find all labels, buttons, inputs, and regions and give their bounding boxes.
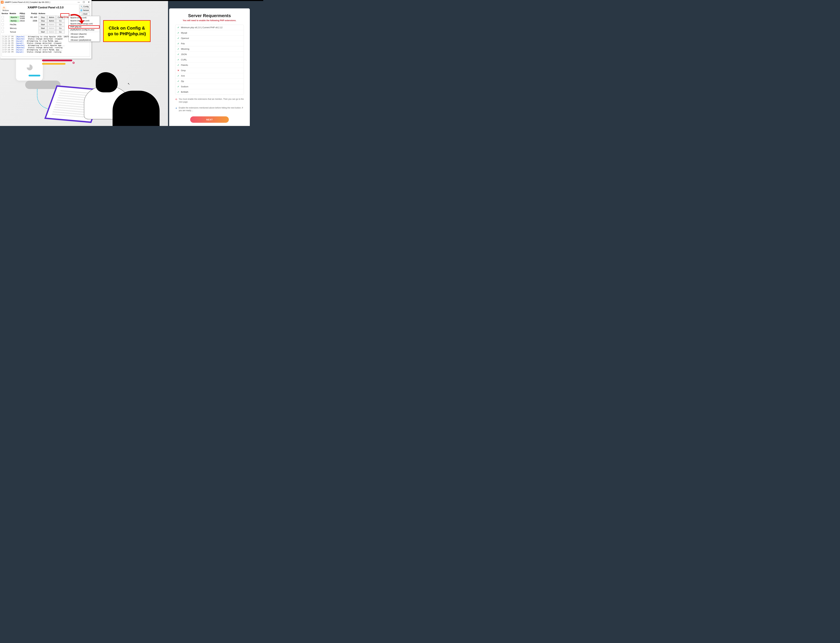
req-note-2: Enable the extensions mentioned above be… — [179, 106, 244, 112]
global-config-button[interactable]: 🔧Config — [79, 5, 90, 8]
admin-button[interactable]: Admin — [47, 23, 56, 26]
config-menu-item[interactable]: <Browse> [phpMyAdmin] — [69, 38, 100, 41]
maximize-button[interactable]: ☐ — [83, 1, 85, 3]
config-button[interactable]: Co — [56, 23, 65, 26]
extension-item: ✓Zip — [175, 78, 244, 84]
extension-item: ✓Openssl — [175, 36, 244, 41]
config-menu-item[interactable]: phpMyAdmin (config.inc.php) — [69, 28, 100, 31]
admin-button[interactable]: Admin — [47, 26, 56, 30]
module-name: Tomcat — [10, 31, 19, 33]
pids: 20432 10388 — [20, 15, 30, 19]
req-note-error: ⟲ You must enable the extensions that we… — [175, 98, 244, 103]
config-menu-item[interactable]: PHP (php.ini) — [69, 25, 100, 28]
xampp-app-icon: ⊠ — [1, 1, 3, 3]
check-icon: ✓ — [177, 75, 179, 77]
alert-icon: ⟲ — [175, 98, 177, 103]
shell-button[interactable]: ▪Shell — [79, 12, 90, 16]
config-menu-item[interactable]: Apache (httpd-xampp.conf) — [69, 22, 100, 25]
extensions-list: ✓Minimum php v8.2.0 | Current PHP v8.2.1… — [175, 24, 244, 95]
extension-label: Mysqli — [181, 31, 187, 34]
check-icon: ✓ — [177, 80, 179, 82]
service-checkbox[interactable] — [2, 23, 9, 26]
extension-item: ✓JSON — [175, 52, 244, 57]
config-dropdown-menu: Apache (httpd.conf)Apache (httpd-ssl.con… — [69, 16, 100, 42]
extension-label: BcMath — [181, 91, 188, 93]
instruction-callout: Click on Config & go to PHP(php.ini) — [103, 20, 150, 42]
titlebar[interactable]: ⊠ XAMPP Control Panel v3.3.0 [ Compiled:… — [0, 0, 92, 4]
callout-line-2: go to PHP(php.ini) — [108, 31, 146, 37]
pids: 24532 — [20, 20, 30, 22]
check-icon: ✓ — [177, 37, 179, 39]
netstat-button[interactable]: 🌐Netstat — [79, 8, 90, 12]
arrow-right-icon: ➜ — [175, 107, 177, 112]
wrench-icon: 🔧 — [81, 6, 83, 8]
config-button[interactable]: Co — [56, 30, 65, 34]
person-at-laptop-illustration — [51, 74, 168, 126]
service-checkbox[interactable] — [2, 16, 9, 19]
stop-button[interactable]: Stop — [38, 16, 47, 19]
x-icon: ✕ — [177, 69, 179, 72]
ports: 3306 — [30, 20, 38, 22]
stop-button[interactable]: Stop — [38, 19, 47, 23]
callout-line-1: Click on Config & — [109, 25, 145, 31]
extension-label: Pdo — [181, 42, 185, 45]
module-name: MySQL — [10, 20, 19, 22]
service-checkbox[interactable] — [2, 20, 9, 22]
extension-label: Minimum php v8.2.0 | Current PHP v8.2.12 — [181, 26, 222, 29]
log-line: 3:24:18 PM [mysql] Status change detecte… — [2, 42, 89, 44]
next-button[interactable]: NEXT — [190, 116, 229, 123]
panel-heading: XAMPP Control Panel v3.3.0 — [1, 6, 90, 9]
config-menu-item[interactable]: Apache (httpd-ssl.conf) — [69, 19, 100, 22]
extension-item: ✓Xml — [175, 73, 244, 78]
extension-item: ✓Mysqli — [175, 30, 244, 36]
check-icon: ✓ — [177, 91, 179, 93]
start-button[interactable]: Start — [38, 26, 47, 30]
extension-item: ✓BcMath — [175, 89, 244, 95]
extension-label: Fileinfo — [181, 64, 188, 66]
check-icon: ✓ — [177, 53, 179, 55]
extension-label: JSON — [181, 53, 187, 55]
config-menu-item[interactable]: Apache (httpd.conf) — [69, 16, 100, 19]
config-menu-item[interactable]: <Browse> [Apache] — [69, 33, 100, 36]
extension-item: ✓CURL — [175, 57, 244, 62]
extension-label: CURL — [181, 59, 187, 61]
extension-label: Xml — [181, 75, 185, 77]
log-line: 3:57:49 PM [Apache] Attempting to start … — [2, 44, 89, 47]
config-button[interactable]: Co — [56, 26, 65, 30]
extension-item: ✓Pdo — [175, 41, 244, 46]
start-button[interactable]: Start — [38, 30, 47, 34]
check-icon: ✓ — [177, 64, 179, 66]
req-title: Server Requerments — [175, 13, 244, 18]
config-menu-item[interactable]: <Browse> [PHP] — [69, 36, 100, 38]
req-note-info: ➜ Enable the extensions mentioned above … — [175, 106, 244, 112]
top-strip — [92, 0, 263, 1]
service-checkbox[interactable] — [2, 27, 9, 30]
module-name: Mercury — [10, 27, 19, 29]
minimize-button[interactable]: — — [78, 1, 80, 3]
admin-button[interactable]: Admin — [47, 16, 56, 19]
ports: 80, 443 — [30, 16, 38, 18]
admin-button[interactable]: Admin — [47, 30, 56, 34]
check-icon: ✓ — [177, 48, 179, 50]
window-title: XAMPP Control Panel v3.3.0 [ Compiled: A… — [5, 1, 78, 3]
log-line: 3:57:50 PM [mysql] Attempting to start M… — [2, 49, 89, 51]
extension-label: Mbstring — [181, 48, 190, 50]
globe-icon: 🌐 — [80, 10, 82, 11]
admin-button[interactable]: Admin — [47, 19, 56, 23]
extension-item: ✓Sodium — [175, 84, 244, 89]
col-service: Service — [2, 12, 9, 15]
service-checkbox[interactable] — [2, 31, 9, 33]
server-requirements-card: Server Requerments You will need to enab… — [169, 8, 250, 126]
req-subtitle: You will need to enable the following PH… — [175, 19, 244, 22]
config-button[interactable]: Config — [56, 16, 65, 19]
req-note-1: You must enable the extensions that we m… — [179, 98, 244, 103]
log-line: 3:57:50 PM [mysql] Status change detecte… — [2, 51, 89, 53]
start-button[interactable]: Start — [38, 23, 47, 26]
extension-label: Zip — [181, 80, 184, 82]
close-button[interactable]: ✕ — [88, 1, 90, 3]
check-icon: ✓ — [177, 59, 179, 61]
config-button[interactable]: Co — [56, 19, 65, 23]
extension-label: Gmp — [181, 69, 186, 72]
modules-label: Modules — [3, 10, 9, 11]
col-ports: Port(s) — [30, 12, 38, 15]
